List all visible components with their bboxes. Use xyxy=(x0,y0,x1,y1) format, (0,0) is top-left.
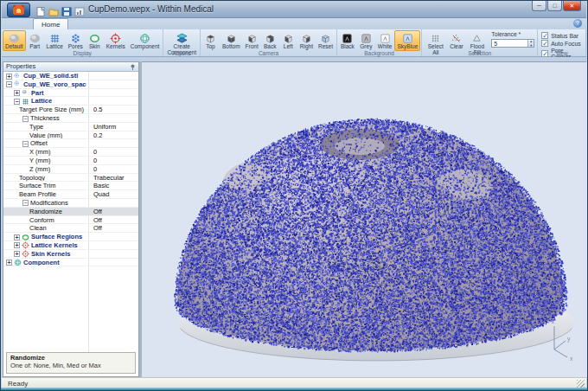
open-folder-icon[interactable] xyxy=(48,4,59,14)
expand-toggle[interactable]: − xyxy=(22,141,29,147)
ribbon-button-white[interactable]: White xyxy=(375,30,395,51)
expand-toggle[interactable]: + xyxy=(14,90,20,96)
property-value[interactable]: 0 xyxy=(91,148,138,156)
tree-node-cup-we-solid-stl[interactable]: +Cup_WE_solid.stl xyxy=(3,72,138,80)
expand-toggle[interactable]: − xyxy=(22,116,29,122)
tree-node-cup-we-voro-space-stl[interactable]: −Cup_WE_voro_space.stl xyxy=(3,80,138,89)
row-label: Randomize xyxy=(29,208,62,215)
property-row-z-mm[interactable]: Z (mm)0 xyxy=(3,165,138,174)
properties-panel: Properties +Cup_WE_solid.stl−Cup_WE_voro… xyxy=(3,61,139,377)
close-button[interactable]: ✕ xyxy=(563,1,581,11)
property-value[interactable]: Off xyxy=(91,224,138,232)
expand-toggle[interactable]: + xyxy=(14,251,20,257)
row-name: Target Pore Size (mm) xyxy=(3,106,86,113)
property-row-clean[interactable]: CleanOff xyxy=(3,224,138,233)
ribbon-button-skin[interactable]: Skin xyxy=(86,30,104,51)
ribbon-button-black[interactable]: Black xyxy=(338,30,357,51)
ribbon-button-label: Black xyxy=(341,44,355,50)
row-name: Conform xyxy=(3,216,86,224)
pores-icon xyxy=(69,32,82,44)
ribbon-button-grey[interactable]: Grey xyxy=(357,30,375,51)
property-group-thickness[interactable]: −Thickness xyxy=(3,114,138,123)
tolerance-spinner[interactable]: ▲▼ xyxy=(527,40,534,47)
tolerance-input[interactable]: 5▲▼ xyxy=(491,39,534,48)
ribbon-button-label: Clear xyxy=(450,44,463,50)
row-name: Z (mm) xyxy=(3,165,86,173)
property-row-y-mm[interactable]: Y (mm)0 xyxy=(3,157,138,165)
create-icon xyxy=(176,32,189,44)
property-value[interactable]: Trabecular xyxy=(91,174,138,182)
property-row-randomize[interactable]: RandomizeOff xyxy=(3,208,138,216)
properties-panel-title: Properties xyxy=(6,62,35,70)
target-icon xyxy=(22,241,29,248)
property-value[interactable]: Off xyxy=(91,208,138,215)
property-row-type[interactable]: TypeUniform xyxy=(3,123,138,131)
ribbon-button-label: Top xyxy=(206,44,214,50)
tree-node-skin-kernels[interactable]: +Skin Kernels xyxy=(3,250,138,259)
pin-icon[interactable] xyxy=(130,64,136,70)
tree-node-surface-regions[interactable]: +Surface Regions xyxy=(3,233,138,241)
property-group-modifications[interactable]: −Modifications xyxy=(3,199,138,208)
expand-toggle[interactable]: + xyxy=(14,234,20,240)
property-row-value-mm[interactable]: Value (mm)0.2 xyxy=(3,131,138,140)
report-icon[interactable] xyxy=(74,4,85,14)
ribbon-button-bottom[interactable]: Bottom xyxy=(220,30,243,51)
ribbon-button-reset[interactable]: Reset xyxy=(316,30,336,51)
property-row-topology[interactable]: TopologyTrabecular xyxy=(3,174,138,183)
ribbon-button-default[interactable]: Default xyxy=(3,30,26,51)
tab-home[interactable]: Home xyxy=(33,18,68,29)
viewport-canvas[interactable] xyxy=(142,62,588,377)
checkbox-status-bar[interactable]: ✓Status Bar xyxy=(541,32,582,39)
tree-node-lattice[interactable]: −Lattice xyxy=(3,97,138,106)
help-icon[interactable]: ? xyxy=(573,19,582,28)
property-value[interactable]: 0 xyxy=(91,165,138,173)
ribbon-button-clear[interactable]: Clear xyxy=(448,30,464,51)
minimize-button[interactable]: ─ xyxy=(532,1,546,11)
property-value[interactable]: Quad xyxy=(91,190,138,198)
property-value[interactable]: Basic xyxy=(91,182,138,189)
ribbon-button-right[interactable]: Right xyxy=(297,30,316,51)
tree-node-component[interactable]: +Component xyxy=(3,259,138,267)
ribbon-button-lattice[interactable]: Lattice xyxy=(44,30,66,51)
ribbon-button-back[interactable]: Back xyxy=(261,30,279,51)
ribbon-button-skyblue[interactable]: SkyBlue xyxy=(394,30,420,51)
ribbon-button-top[interactable]: Top xyxy=(201,30,220,51)
property-row-surface-trim[interactable]: Surface TrimBasic xyxy=(3,182,138,190)
property-value[interactable]: 0.5 xyxy=(91,106,138,113)
property-group-offset[interactable]: −Offset xyxy=(3,139,138,148)
ribbon-button-pores[interactable]: Pores xyxy=(66,30,86,51)
property-row-beam-profile[interactable]: Beam ProfileQuad xyxy=(3,190,138,199)
application-menu-button[interactable] xyxy=(7,3,30,17)
ribbon-button-kernels[interactable]: Kernels xyxy=(104,30,128,51)
resize-grip[interactable] xyxy=(577,380,585,388)
row-label: Cup_WE_voro_space.stl xyxy=(23,80,86,88)
property-value[interactable]: Uniform xyxy=(91,123,138,131)
ribbon-button-part[interactable]: Part xyxy=(26,30,44,51)
checkbox-icon: ✓ xyxy=(541,40,548,47)
expand-toggle[interactable]: − xyxy=(6,81,12,87)
maximize-button[interactable]: □ xyxy=(547,1,562,11)
ribbon-button-label: SkyBlue xyxy=(397,44,418,50)
expand-toggle[interactable]: + xyxy=(14,242,20,248)
property-value[interactable]: Off xyxy=(91,216,138,224)
tree-node-lattice-kernels[interactable]: +Lattice Kernels xyxy=(3,241,138,250)
expand-toggle[interactable]: + xyxy=(6,74,12,80)
viewport-3d[interactable] xyxy=(142,61,586,377)
checkbox-auto-focus[interactable]: ✓Auto Focus xyxy=(541,40,582,47)
property-row-x-mm[interactable]: X (mm)0 xyxy=(3,148,138,157)
property-row-conform[interactable]: ConformOff xyxy=(3,216,138,225)
ribbon-button-left[interactable]: Left xyxy=(279,30,297,51)
save-icon[interactable] xyxy=(61,4,72,14)
ribbon-button-component[interactable]: Component xyxy=(128,30,163,51)
expand-toggle[interactable]: − xyxy=(22,200,29,206)
expand-toggle[interactable]: + xyxy=(6,260,12,266)
property-row-target-pore-size-mm[interactable]: Target Pore Size (mm)0.5 xyxy=(3,106,138,114)
tree-node-part[interactable]: +Part xyxy=(3,89,138,98)
expand-toggle[interactable]: − xyxy=(14,99,20,105)
property-value[interactable]: 0.2 xyxy=(91,131,138,139)
ribbon-button-front[interactable]: Front xyxy=(243,30,261,51)
row-label: Lattice xyxy=(31,97,52,105)
cube-reset-icon xyxy=(319,32,332,44)
property-value[interactable]: 0 xyxy=(91,157,138,164)
new-document-icon[interactable] xyxy=(35,4,46,14)
